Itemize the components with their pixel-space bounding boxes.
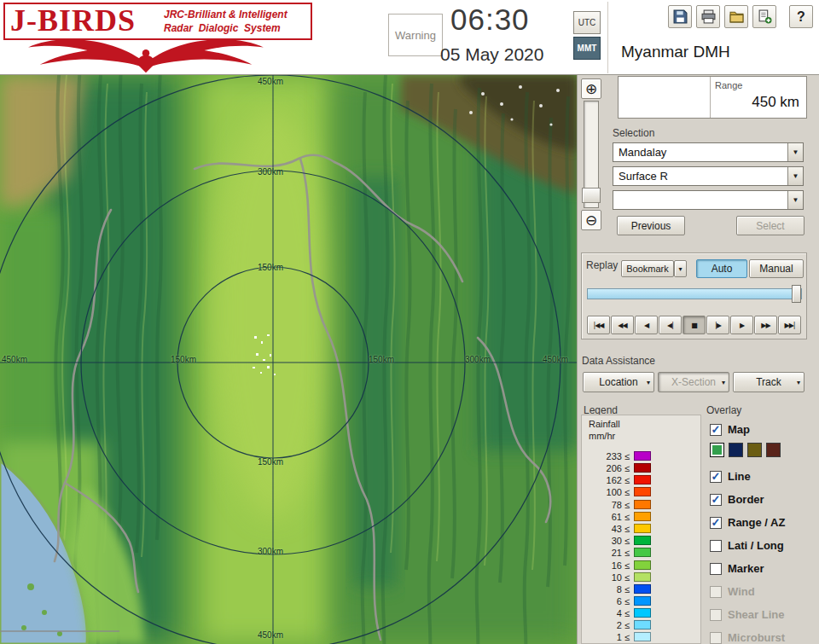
overlay-item-line[interactable]: ✓ Line xyxy=(710,470,751,483)
checkbox[interactable]: ✓ xyxy=(710,424,722,436)
overlay-item-range-az[interactable]: ✓ Range / AZ xyxy=(710,516,785,529)
station-name: Myanmar DMH xyxy=(621,43,730,61)
xsection-button[interactable]: X-Section ▾ xyxy=(658,372,729,392)
bookmark-dropdown-arrow[interactable]: ▾ xyxy=(674,260,687,277)
legend-value: 2 ≤ xyxy=(590,620,634,630)
fast-forward-button[interactable]: ▶▶ xyxy=(754,316,777,334)
jump-end-button[interactable]: ▶▶| xyxy=(778,316,801,334)
radar-map-viewport[interactable]: 450km 300km 150km 150km 300km 450km 450k… xyxy=(0,75,577,644)
legend-row: 162 ≤ xyxy=(590,474,651,485)
export-icon xyxy=(758,9,772,24)
header-divider xyxy=(607,2,608,73)
range-label: 300km xyxy=(465,355,491,364)
range-label: 150km xyxy=(369,355,394,364)
open-folder-button[interactable] xyxy=(724,5,748,28)
xsection-button-label: X-Section xyxy=(671,376,716,388)
range-label: 450km xyxy=(543,355,568,364)
jbirds-window: J-BIRDS JRC-Brilliant & IntelligentRadar… xyxy=(0,0,819,644)
replay-timeline-thumb[interactable] xyxy=(792,285,801,303)
step-back-button[interactable]: ◀| xyxy=(659,316,682,334)
map-style-olive[interactable] xyxy=(747,443,762,457)
play-reverse-button[interactable]: ◀ xyxy=(635,316,658,334)
mmt-button[interactable]: MMT xyxy=(573,37,601,60)
play-button[interactable]: ▶ xyxy=(730,316,753,334)
auto-mode-button[interactable]: Auto xyxy=(696,259,747,278)
checkbox[interactable]: ✓ xyxy=(710,517,722,529)
step-forward-button[interactable]: |▶ xyxy=(706,316,729,334)
legend-swatch xyxy=(634,487,651,496)
zoom-out-button[interactable]: ⊖ xyxy=(581,210,601,230)
zoom-in-button[interactable]: ⊕ xyxy=(581,78,601,99)
legend-value: 30 ≤ xyxy=(590,536,634,546)
map-style-green[interactable] xyxy=(710,443,724,457)
checkbox[interactable] xyxy=(710,632,722,644)
map-style-navy[interactable] xyxy=(729,443,743,457)
legend-swatch xyxy=(634,512,651,521)
checkbox[interactable] xyxy=(710,609,722,621)
stop-button[interactable]: ■ xyxy=(682,316,706,334)
utc-button[interactable]: UTC xyxy=(573,11,601,34)
previous-button[interactable]: Previous xyxy=(617,216,685,235)
eagle-logo-icon xyxy=(5,36,287,73)
map-style-maroon[interactable] xyxy=(766,443,781,457)
overlay-item-microburst[interactable]: Microburst xyxy=(710,631,785,644)
checkbox[interactable]: ✓ xyxy=(710,471,722,483)
select-button[interactable]: Select xyxy=(736,216,804,235)
range-label: 150km xyxy=(258,457,283,467)
overlay-item-map[interactable]: ✓ Map xyxy=(710,423,750,436)
chevron-down-icon[interactable]: ▼ xyxy=(787,191,803,209)
checkbox[interactable] xyxy=(710,586,722,598)
save-button[interactable] xyxy=(668,5,692,28)
location-button-label: Location xyxy=(599,376,637,388)
legend-swatch xyxy=(634,475,651,484)
overlay-item-label: Microburst xyxy=(728,631,785,644)
elevation-dropdown[interactable]: ▼ xyxy=(613,190,804,210)
track-button-label: Track xyxy=(756,376,781,388)
legend-row: 206 ≤ xyxy=(590,462,651,473)
overlay-item-label: Wind xyxy=(728,585,755,598)
playback-controls: |◀◀ ◀◀ ◀ ◀| ■ |▶ ▶ ▶▶ ▶▶| xyxy=(587,316,802,334)
checkbox[interactable]: ✓ xyxy=(710,494,722,506)
overlay-item-shear-line[interactable]: Shear Line xyxy=(710,608,784,621)
fast-rewind-button[interactable]: ◀◀ xyxy=(611,316,634,334)
print-button[interactable] xyxy=(696,5,720,28)
data-assistance-label: Data Assistance xyxy=(582,355,655,367)
export-button[interactable] xyxy=(752,5,776,28)
help-button[interactable]: ? xyxy=(789,5,813,28)
manual-mode-button[interactable]: Manual xyxy=(749,259,804,278)
clock-date: 05 May 2020 xyxy=(440,44,543,65)
bookmark-button[interactable]: Bookmark xyxy=(621,260,674,277)
print-icon xyxy=(701,9,716,24)
legend-row: 8 ≤ xyxy=(590,583,651,595)
track-button[interactable]: Track ▾ xyxy=(733,372,804,392)
checkbox[interactable] xyxy=(710,563,722,575)
overlay-item-marker[interactable]: Marker xyxy=(710,562,764,575)
zoom-in-icon: ⊕ xyxy=(585,80,597,98)
legend-row: 6 ≤ xyxy=(590,595,651,606)
checkbox[interactable] xyxy=(710,540,722,552)
chevron-down-icon[interactable]: ▼ xyxy=(787,143,803,161)
overlay-item-wind[interactable]: Wind xyxy=(710,585,755,598)
legend-swatch xyxy=(634,632,651,641)
chevron-down-icon[interactable]: ▼ xyxy=(787,167,803,185)
warning-indicator[interactable]: Warning xyxy=(388,14,443,56)
chevron-down-icon: ▾ xyxy=(647,379,650,386)
legend-row: 10 ≤ xyxy=(590,571,651,583)
site-dropdown[interactable]: Mandalay ▼ xyxy=(613,142,804,162)
range-display: Range 450 km xyxy=(618,76,807,119)
save-icon xyxy=(673,9,688,24)
jump-start-button[interactable]: |◀◀ xyxy=(587,316,610,334)
help-icon: ? xyxy=(797,9,805,25)
overlay-item-border[interactable]: ✓ Border xyxy=(710,493,764,506)
product-dropdown[interactable]: Surface R ▼ xyxy=(613,166,804,186)
header: J-BIRDS JRC-Brilliant & IntelligentRadar… xyxy=(0,0,819,75)
location-button[interactable]: Location ▾ xyxy=(583,372,654,392)
legend-row: 4 ≤ xyxy=(590,607,651,618)
replay-group: Replay Bookmark ▾ Auto Manual |◀◀ ◀◀ ◀ ◀… xyxy=(581,252,807,339)
replay-timeline-track[interactable] xyxy=(587,288,802,299)
chevron-down-icon: ▾ xyxy=(722,379,725,386)
range-label: 450km xyxy=(258,630,283,640)
overlay-item-lati-long[interactable]: Lati / Long xyxy=(710,539,784,552)
zoom-slider-thumb[interactable] xyxy=(582,188,601,203)
range-label: 300km xyxy=(258,547,283,556)
